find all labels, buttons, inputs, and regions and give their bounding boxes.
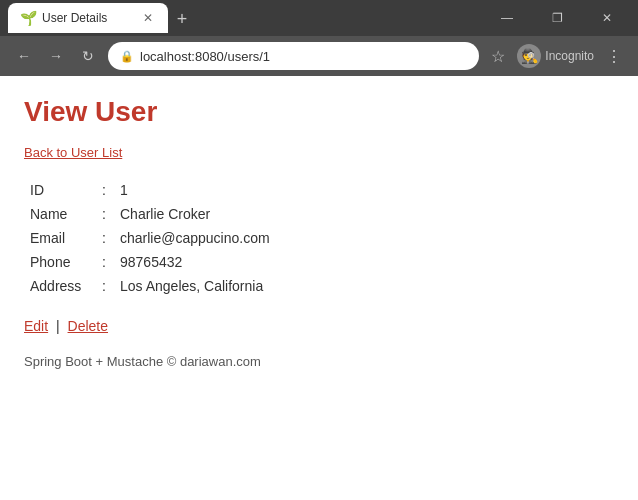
back-nav-button[interactable]: ← — [12, 44, 36, 68]
phone-value: 98765432 — [114, 250, 276, 274]
address-bar: ← → ↻ 🔒 localhost:8080/users/1 ☆ 🕵 Incog… — [0, 36, 638, 76]
page-heading: View User — [24, 96, 614, 128]
url-bar[interactable]: 🔒 localhost:8080/users/1 — [108, 42, 479, 70]
footer-text: Spring Boot + Mustache © dariawan.com — [24, 354, 614, 369]
email-colon: : — [94, 226, 114, 250]
id-colon: : — [94, 178, 114, 202]
name-label: Name — [24, 202, 94, 226]
new-tab-button[interactable]: + — [168, 5, 196, 33]
user-details-table: ID : 1 Name : Charlie Croker Email : cha… — [24, 178, 276, 298]
delete-link[interactable]: Delete — [68, 318, 108, 334]
address-colon: : — [94, 274, 114, 298]
browser-menu-icon[interactable]: ⋮ — [602, 43, 626, 70]
tab-close-button[interactable]: ✕ — [140, 10, 156, 26]
refresh-button[interactable]: ↻ — [76, 44, 100, 68]
minimize-button[interactable]: — — [484, 0, 530, 36]
tab-title: User Details — [42, 11, 134, 25]
address-label: Address — [24, 274, 94, 298]
address-right-controls: ☆ 🕵 Incognito ⋮ — [487, 43, 626, 70]
maximize-button[interactable]: ❐ — [534, 0, 580, 36]
table-row: Name : Charlie Croker — [24, 202, 276, 226]
phone-colon: : — [94, 250, 114, 274]
email-label: Email — [24, 226, 94, 250]
incognito-button[interactable]: 🕵 Incognito — [517, 44, 594, 68]
name-value: Charlie Croker — [114, 202, 276, 226]
table-row: Phone : 98765432 — [24, 250, 276, 274]
name-colon: : — [94, 202, 114, 226]
back-to-user-list-link[interactable]: Back to User List — [24, 145, 122, 160]
lock-icon: 🔒 — [120, 50, 134, 63]
bookmark-icon[interactable]: ☆ — [487, 43, 509, 70]
tab-bar: 🌱 User Details ✕ + — [8, 3, 480, 33]
browser-window: 🌱 User Details ✕ + — ❐ ✕ ← → ↻ 🔒 localho… — [0, 0, 638, 500]
id-label: ID — [24, 178, 94, 202]
tab-favicon: 🌱 — [20, 10, 36, 26]
address-value: Los Angeles, California — [114, 274, 276, 298]
url-text: localhost:8080/users/1 — [140, 49, 270, 64]
page-content: View User Back to User List ID : 1 Name … — [0, 76, 638, 500]
incognito-avatar: 🕵 — [517, 44, 541, 68]
active-tab[interactable]: 🌱 User Details ✕ — [8, 3, 168, 33]
incognito-label: Incognito — [545, 49, 594, 63]
actions-bar: Edit | Delete — [24, 318, 614, 334]
action-separator: | — [56, 318, 60, 334]
table-row: Address : Los Angeles, California — [24, 274, 276, 298]
forward-nav-button[interactable]: → — [44, 44, 68, 68]
phone-label: Phone — [24, 250, 94, 274]
close-button[interactable]: ✕ — [584, 0, 630, 36]
edit-link[interactable]: Edit — [24, 318, 48, 334]
title-bar: 🌱 User Details ✕ + — ❐ ✕ — [0, 0, 638, 36]
table-row: ID : 1 — [24, 178, 276, 202]
window-controls: — ❐ ✕ — [484, 0, 630, 36]
table-row: Email : charlie@cappucino.com — [24, 226, 276, 250]
email-value: charlie@cappucino.com — [114, 226, 276, 250]
id-value: 1 — [114, 178, 276, 202]
